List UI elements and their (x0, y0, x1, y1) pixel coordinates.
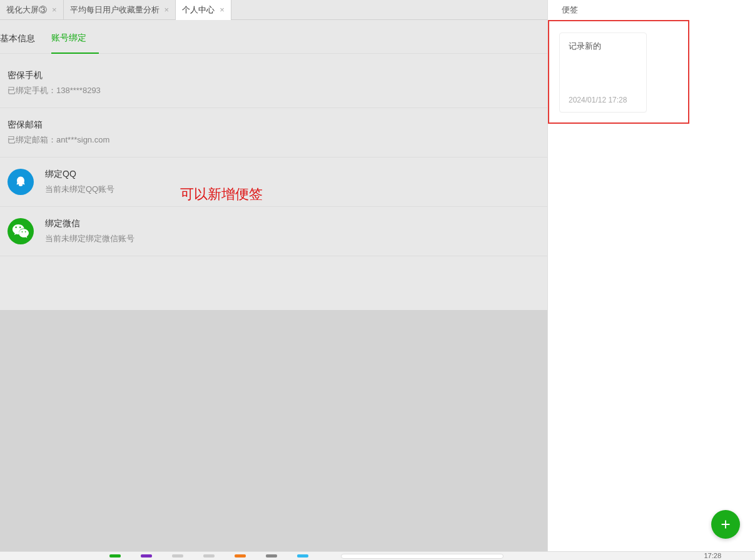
note-card[interactable]: 记录新的 2024/01/12 17:28 (559, 32, 647, 112)
notes-sidebar: 便签 记录新的 2024/01/12 17:28 (547, 0, 755, 551)
binding-desc: 当前未绑定绑定微信账号 (45, 233, 540, 244)
taskbar-app-icon[interactable] (109, 554, 121, 558)
tab-dashboard[interactable]: 视化大屏③ × (0, 0, 64, 20)
subtab-account-binding[interactable]: 账号绑定 (51, 24, 99, 54)
taskbar-app-icon[interactable] (203, 554, 215, 558)
tab-label: 视化大屏③ (6, 4, 47, 16)
tab-analysis[interactable]: 平均每日用户收藏量分析 × (64, 0, 176, 20)
close-icon[interactable]: × (220, 5, 225, 14)
binding-wechat[interactable]: 绑定微信 当前未绑定绑定微信账号 (0, 207, 547, 256)
close-icon[interactable]: × (52, 5, 57, 14)
taskbar-app-icon[interactable] (172, 554, 183, 558)
plus-icon (719, 518, 732, 531)
binding-desc: 当前未绑定QQ账号 (45, 184, 540, 195)
tab-label: 个人中心 (182, 4, 215, 16)
close-icon[interactable]: × (165, 5, 170, 14)
binding-title: 绑定QQ (45, 169, 540, 180)
taskbar-active-window[interactable] (341, 554, 504, 559)
tab-personal-center[interactable]: 个人中心 × (176, 0, 231, 20)
taskbar-app-icon[interactable] (297, 554, 308, 558)
binding-title: 绑定微信 (45, 218, 540, 229)
taskbar-clock[interactable]: 17:28 (704, 552, 721, 559)
taskbar-app-icon[interactable] (266, 554, 277, 558)
content-panel: 基本信息 账号绑定 密保手机 已绑定手机：138****8293 密保邮箱 已绑… (0, 20, 547, 310)
sidebar-body: 记录新的 2024/01/12 17:28 (548, 20, 755, 551)
note-timestamp: 2024/01/12 17:28 (569, 96, 637, 104)
binding-desc: 已绑定邮箱：ant***sign.com (8, 134, 540, 146)
binding-title: 密保邮箱 (8, 119, 540, 131)
add-note-button[interactable] (711, 510, 740, 539)
tabs-bar: 视化大屏③ × 平均每日用户收藏量分析 × 个人中心 × (0, 0, 547, 20)
main-content-area: 视化大屏③ × 平均每日用户收藏量分析 × 个人中心 × 基本信息 账号绑定 密… (0, 0, 547, 551)
subtab-basic-info[interactable]: 基本信息 (0, 24, 48, 53)
tab-label: 平均每日用户收藏量分析 (70, 4, 160, 16)
note-text: 记录新的 (569, 41, 637, 52)
taskbar-app-icon[interactable] (235, 554, 246, 558)
sub-tabs: 基本信息 账号绑定 (0, 20, 547, 54)
binding-phone[interactable]: 密保手机 已绑定手机：138****8293 (0, 59, 547, 108)
binding-title: 密保手机 (8, 70, 540, 81)
taskbar-icons (0, 554, 308, 558)
qq-icon (8, 169, 34, 195)
taskbar: 17:28 (0, 551, 755, 560)
binding-desc: 已绑定手机：138****8293 (8, 85, 540, 96)
taskbar-app-icon[interactable] (141, 554, 152, 558)
sidebar-title: 便签 (548, 0, 755, 20)
wechat-icon (8, 218, 34, 244)
bindings-list: 密保手机 已绑定手机：138****8293 密保邮箱 已绑定邮箱：ant***… (0, 54, 547, 256)
binding-qq[interactable]: 绑定QQ 当前未绑定QQ账号 (0, 158, 547, 207)
binding-email[interactable]: 密保邮箱 已绑定邮箱：ant***sign.com (0, 108, 547, 158)
